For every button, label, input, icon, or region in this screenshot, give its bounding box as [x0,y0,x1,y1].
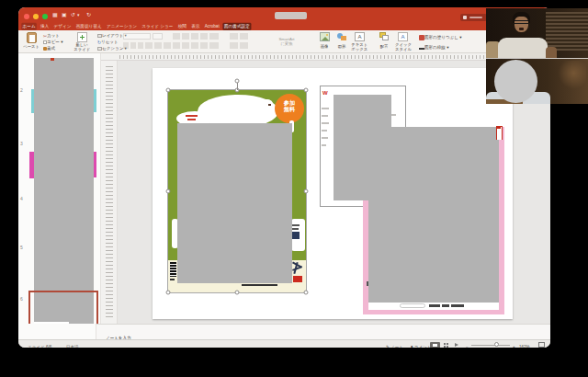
notes-toggle[interactable]: ✎ ノート [386,340,413,348]
zoom-percentage[interactable]: 162% [519,340,536,348]
undo-icon[interactable]: ↺ [71,11,75,18]
shapes-icon[interactable] [337,32,347,41]
thumbnail-fragment [94,89,96,112]
resize-handle[interactable] [166,291,171,295]
new-slide-icon[interactable] [77,32,87,42]
shape-fill-button[interactable]: 図形の塗りつぶし ▾ [419,33,481,42]
redacted-flyer-content [368,127,499,303]
share-button[interactable] [460,14,487,21]
resize-handle[interactable] [235,291,240,295]
zoom-slider-knob[interactable] [494,342,499,347]
flyer-red-box [293,276,302,282]
thumbnail-fragment [51,58,54,61]
slide-number: 2 [20,87,23,93]
minimize-window-button[interactable] [33,14,39,19]
tab-animations[interactable]: アニメーション [106,23,139,30]
person-face [514,17,528,32]
green-flyer-image[interactable]: 参加無料 [168,90,306,292]
flyer-white-box [291,219,305,251]
rotation-handle-stem [237,83,238,90]
quick-styles-icon[interactable]: A [398,32,408,41]
tab-design[interactable]: デザイン [52,23,73,30]
tab-acrobat[interactable]: Acrobat [203,24,220,29]
ribbon-toggle-icon[interactable]: ▦ [52,11,58,18]
horizontal-ruler [101,53,550,61]
slide-number: 6 [20,296,23,302]
lamp-glow [555,61,586,88]
panel-text-fragment [322,115,328,117]
window-blinds [546,12,588,51]
tab-insert[interactable]: 挿入 [40,23,51,30]
paste-icon[interactable] [27,32,37,43]
flyer-red-text-fragment [187,119,196,120]
flyer-dark-line [242,284,277,286]
format-painter-button[interactable]: 書式 [43,44,60,53]
zoom-slider[interactable] [471,345,510,347]
notes-pane[interactable]: ノートを入力 [96,324,550,339]
participant-video-1[interactable] [486,8,588,58]
flyer-text-fragment [170,279,175,280]
slide-sorter-view-button[interactable] [442,342,452,348]
ribbon-tab-bar: ホーム 挿入 デザイン 画面切り替え アニメーション スライド ショー 校閲 表… [18,22,550,30]
paste-button[interactable]: ペースト [18,44,44,51]
status-bar: スライド 6/6 日本語 ✎ ノート ▮ コメント − + 162% [18,339,550,348]
picture-icon[interactable] [320,32,330,41]
zoom-in-button[interactable]: + [513,340,516,348]
slide-number: 3 [20,141,23,146]
resize-handle[interactable] [304,291,309,295]
panel-text-fragment [322,144,326,146]
pink-flyer-corner-mark [496,126,503,140]
flyer-red-text-fragment [186,115,198,117]
redo-icon[interactable]: ↻ [86,11,91,18]
tab-transitions[interactable]: 画面切り替え [74,23,103,30]
shape-outline-button[interactable]: 図形の枠線 ▾ [419,43,462,52]
panel-text-fragment [322,122,329,124]
normal-view-button[interactable] [430,342,440,348]
tab-picture-format[interactable]: 図の書式設定 [223,23,251,30]
close-window-button[interactable] [24,14,29,19]
flyer-dark-speck [268,104,271,106]
language-indicator[interactable]: 日本語 [66,340,85,348]
resize-handle[interactable] [166,88,171,93]
textbox-icon[interactable]: A [355,32,365,41]
thumbnail-panel-bottom [18,324,96,339]
person-shirt [498,38,548,58]
panel-text-fragment [322,130,327,131]
zoom-out-button[interactable]: − [466,340,469,348]
video-call-overlay [486,8,588,104]
slide-page[interactable]: 参加無料 [153,68,513,319]
tab-review[interactable]: 校閲 [176,23,187,30]
tab-slideshow[interactable]: スライド ショー [141,23,175,30]
save-icon[interactable]: ▣ [62,11,67,18]
flyer-barcode [170,262,176,277]
panel-text-fragment [322,137,328,139]
pink-flyer-footer [368,303,499,310]
resize-handle[interactable] [304,88,309,93]
slide-counter: スライド 6/6 [28,340,64,348]
resize-handle[interactable] [166,189,171,194]
tab-view[interactable]: 表示 [190,23,201,30]
panel-text-fragment [391,114,396,116]
fit-slide-button[interactable] [538,342,545,348]
vertical-ruler [101,61,118,324]
redacted-flyer-content [177,123,292,283]
tab-home[interactable]: ホーム [21,23,37,30]
search-box[interactable] [275,12,307,19]
rotation-handle[interactable] [235,79,240,84]
participant-video-2[interactable] [486,58,588,104]
privacy-circle [494,60,537,103]
flyer-scribble [292,262,303,275]
slide-thumbnail-panel: 2 3 4 5 6 [18,53,101,324]
smartart-convert-button[interactable]: SmartArtに変換 [268,37,305,51]
person-arm [546,47,557,58]
slide-number: 4 [20,196,23,201]
free-participation-badge: 参加無料 [275,94,304,123]
zoom-window-button[interactable] [42,14,48,19]
title-bar: ▦ ▣ ↺ ▾ ↻ [18,7,550,22]
slideshow-view-button[interactable] [453,342,463,348]
thumbnail-fragment [94,152,96,177]
arrange-icon[interactable] [379,32,390,41]
panel-logo-text: W [322,90,328,96]
resize-handle[interactable] [304,189,309,194]
undo-caret-icon[interactable]: ▾ [77,11,80,18]
